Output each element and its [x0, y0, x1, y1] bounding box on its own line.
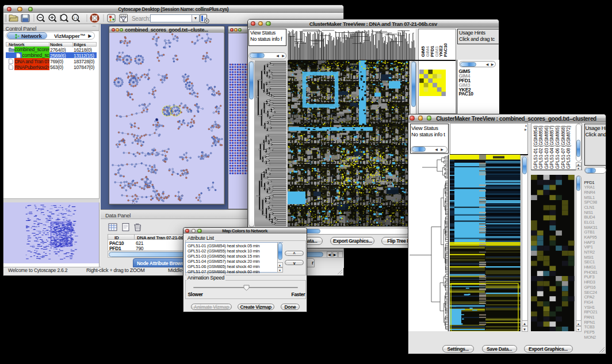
svg-text:1:1: 1:1 — [74, 16, 78, 20]
